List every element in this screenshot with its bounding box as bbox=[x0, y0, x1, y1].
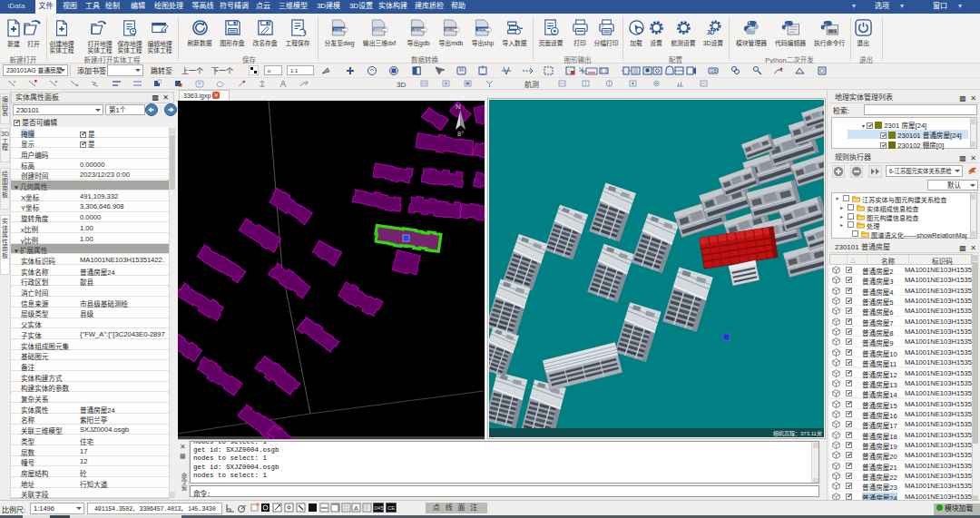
svg-text:SHP: SHP bbox=[477, 27, 485, 32]
svg-text:3D: 3D bbox=[706, 29, 714, 35]
svg-text:N: N bbox=[456, 103, 461, 111]
svg-text:相机高程：373.11米: 相机高程：373.11米 bbox=[773, 430, 822, 437]
svg-text:航测: 航测 bbox=[524, 80, 539, 89]
svg-text:DXF: DXF bbox=[375, 27, 383, 32]
svg-text:>_12: >_12 bbox=[828, 30, 836, 34]
svg-text:GDB: GDB bbox=[413, 27, 421, 32]
svg-text:3D: 3D bbox=[397, 81, 406, 89]
svg-text:MDB: MDB bbox=[446, 27, 455, 32]
svg-text:CE: CE bbox=[387, 505, 395, 511]
svg-text:A: A bbox=[354, 505, 358, 512]
svg-text:8°: 8° bbox=[457, 130, 464, 138]
svg-text:045: 045 bbox=[375, 505, 385, 511]
svg-text:GB: GB bbox=[710, 68, 718, 73]
